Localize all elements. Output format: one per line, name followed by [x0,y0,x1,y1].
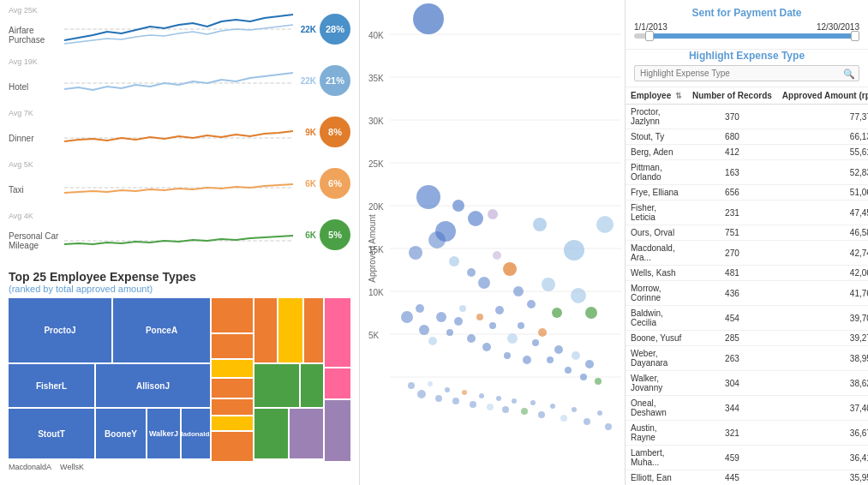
treemap-cell-pink1[interactable] [325,298,350,367]
svg-point-89 [584,418,590,425]
range-slider-container[interactable] [634,33,859,39]
svg-point-92 [596,216,614,233]
treemap-cell-orange6[interactable] [212,416,253,430]
end-value-mileage: 6K [295,231,316,240]
cell-amount: 77,370 [777,105,868,129]
cell-employee: Frye, Elliana [626,185,687,201]
table-row[interactable]: Weber, Dayanara 263 38,958 [626,346,868,371]
svg-point-87 [560,415,567,422]
cell-employee: Macdonald, Ara... [626,241,687,266]
end-value-taxi: 6K [295,179,316,189]
treemap-cell-walkerj[interactable]: WalkerJ [147,409,180,458]
treemap-cell-green3[interactable] [254,409,288,458]
cell-employee: Morrow, Corinne [626,281,687,306]
end-value-dinner: 9K [295,128,316,137]
treemap-cell-purple2[interactable] [325,400,350,461]
svg-point-73 [435,395,442,402]
svg-point-51 [459,305,466,312]
range-handle-left[interactable] [645,31,654,41]
table-row[interactable]: Ours, Orval 751 46,589 [626,225,868,241]
table-row[interactable]: Fisher, Leticia 231 47,456 [626,201,868,225]
svg-point-65 [565,367,572,374]
treemap-cell-m2[interactable] [278,298,302,362]
svg-point-91 [605,423,612,430]
svg-point-29 [564,240,584,260]
svg-point-59 [518,322,524,329]
svg-point-27 [468,211,483,226]
table-row[interactable]: Macdonald, Ara... 270 42,744 [626,241,868,266]
table-row[interactable]: Austin, Rayne 321 36,674 [626,421,868,446]
table-row[interactable]: Oneal, Deshawn 344 37,409 [626,396,868,421]
treemap-cell-orange1[interactable] [212,298,253,332]
svg-point-78 [479,393,484,398]
svg-point-80 [496,396,501,401]
treemap-cell-m1[interactable] [254,298,277,362]
table-row[interactable]: Baldwin, Cecilia 454 39,703 [626,306,868,331]
treemap-cell-purple1[interactable] [290,409,323,458]
bubble-airfare: 28% [320,14,350,45]
treemap-cell-poncea[interactable]: PonceA [113,298,210,362]
table-row[interactable]: Berg, Aden 412 55,613 [626,145,868,160]
header-employee[interactable]: Employee ⇅ [626,87,687,105]
svg-point-60 [523,356,531,364]
treemap-cell-orange5[interactable] [212,399,253,415]
table-row[interactable]: Boone, Yusuf 285 39,271 [626,331,868,346]
treemap-cell-orange2[interactable] [212,334,253,358]
treemap-cell-green1[interactable] [254,364,299,407]
treemap-cell-m3[interactable] [304,298,323,362]
table-row[interactable]: Pittman, Orlando 163 52,831 [626,160,868,185]
cell-amount: 47,456 [777,201,868,225]
cell-amount: 37,409 [777,396,868,421]
header-amount[interactable]: Approved Amount (rpt) [777,87,868,105]
treemap-mixed [254,298,323,461]
highlight-input-wrap: 🔍 [634,65,859,81]
data-table[interactable]: Employee ⇅ Number of Records Approved Am… [626,87,868,485]
cell-amount: 36,674 [777,421,868,446]
range-handle-right[interactable] [851,31,859,41]
treemap-cell-allisonj[interactable]: AllisonJ [96,364,210,407]
treemap-cell-stoutt[interactable]: StoutT [9,409,94,458]
table-row[interactable]: Wells, Kash 481 42,065 [626,266,868,281]
table-row[interactable]: Walker, Jovanny 304 38,625 [626,371,868,396]
svg-point-55 [489,322,496,329]
cell-employee: Lambert, Muha... [626,446,687,470]
treemap-cell-macdonalda[interactable]: MadonaldA [182,409,210,458]
treemap-cell-pink2[interactable] [325,368,350,398]
treemap-mixed-row3 [254,409,323,458]
svg-point-54 [482,343,491,351]
table-row[interactable]: Elliott, Ean 445 35,951 [626,470,868,486]
table-row[interactable]: Proctor, Jazlynn 370 77,370 [626,105,868,129]
cell-employee: Oneal, Deshawn [626,396,687,421]
sort-icon-employee[interactable]: ⇅ [675,92,682,100]
svg-point-62 [538,328,547,337]
svg-point-30 [503,262,517,276]
svg-point-31 [552,308,562,318]
treemap-cell-fisherl[interactable]: FisherL [9,364,94,407]
cell-amount: 51,068 [777,185,868,201]
header-records[interactable]: Number of Records [687,87,777,105]
highlight-input[interactable] [634,65,859,81]
end-value-hotel: 22K [295,76,316,86]
treemap-cell-orange3[interactable] [212,360,253,377]
treemap-labels-row: MacdonaldA WellsK [9,463,350,471]
svg-point-48 [436,312,446,322]
table-row[interactable]: Morrow, Corinne 436 41,767 [626,281,868,306]
cell-employee: Walker, Jovanny [626,371,687,396]
table-row[interactable]: Frye, Elliana 656 51,068 [626,185,868,201]
svg-point-67 [580,374,587,380]
cell-records: 656 [687,185,777,201]
treemap-left: ProctoJ PonceA FisherL AllisonJ StoutT B… [9,298,210,461]
svg-point-88 [572,407,577,412]
treemap-orange-col [212,298,253,461]
treemap-cell-proctorj[interactable]: ProctoJ [9,298,111,362]
cell-records: 321 [687,421,777,446]
cell-records: 370 [687,105,777,129]
treemap-cell-booney[interactable]: BooneY [96,409,146,458]
treemap-cell-green2[interactable] [301,364,323,407]
bubble-mileage: 5% [320,219,350,250]
table-row[interactable]: Stout, Ty 680 66,134 [626,129,868,145]
treemap-cell-orange7[interactable] [212,432,253,461]
table-row[interactable]: Lambert, Muha... 459 36,419 [626,446,868,470]
middle-panel: 40K 35K 30K 25K 20K 15K 10K 5K Approved … [360,0,626,485]
treemap-cell-orange4[interactable] [212,379,253,398]
